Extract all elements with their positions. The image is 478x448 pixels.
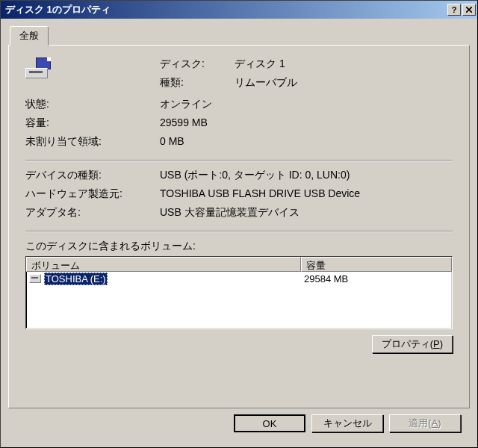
ok-button[interactable]: OK [234,414,305,432]
volume-list[interactable]: ボリューム 容量 TOSHIBA (E:) 29584 MB [25,256,453,329]
drive-icon [25,57,52,78]
dialog-button-row: OK キャンセル 適用(A) [8,408,470,440]
titlebar: ディスク 1のプロパティ ? [1,1,477,19]
value-manufacturer: TOSHIBA USB FLASH DRIVE USB Device [160,187,453,201]
label-disk: ディスク: [160,57,235,71]
row-disk: ディスク:ディスク 1 種類:リムーバブル [25,57,453,90]
close-icon [466,7,472,13]
label-device-type: デバイスの種類: [25,169,160,182]
help-button[interactable]: ? [447,4,461,16]
value-status: オンライン [160,98,453,111]
client-area: 全般 ディスク:ディスク 1 種類:リムーバブル 状態:オンライン 容量:295… [1,19,477,447]
tab-general[interactable]: 全般 [10,26,49,46]
value-unallocated: 0 MB [160,135,453,149]
properties-button[interactable]: プロパティ(P) [372,335,453,353]
panel-button-row: プロパティ(P) [25,335,453,353]
value-adapter: USB 大容量記憶装置デバイス [160,206,453,220]
icon-holder [25,57,160,90]
dialog-window: ディスク 1のプロパティ ? 全般 ディスク:ディスク 1 種類:リムーバブル [0,0,478,448]
volume-name: TOSHIBA (E:) [44,273,108,285]
volume-icon [29,274,41,283]
label-unallocated: 未割り当て領域: [25,135,160,149]
column-volume[interactable]: ボリューム [26,257,301,272]
list-body: TOSHIBA (E:) 29584 MB [26,272,452,329]
volumes-header: このディスクに含まれるボリューム: [25,240,453,253]
list-header: ボリューム 容量 [26,257,452,272]
tab-strip: 全般 [10,26,470,45]
cell-capacity: 29584 MB [301,273,452,284]
label-adapter: アダプタ名: [25,206,160,220]
value-type: リムーバブル [235,76,453,90]
label-type: 種類: [160,76,235,90]
separator-2 [25,231,453,232]
close-button[interactable] [462,4,476,16]
separator-1 [25,160,453,161]
value-capacity: 29599 MB [160,116,453,130]
label-capacity: 容量: [25,116,160,130]
column-capacity[interactable]: 容量 [301,257,452,272]
label-manufacturer: ハードウェア製造元: [25,187,160,201]
label-status: 状態: [25,98,160,111]
value-disk: ディスク 1 [235,57,453,71]
value-device-type: USB (ポート:0, ターゲット ID: 0, LUN:0) [160,169,453,182]
tab-panel-general: ディスク:ディスク 1 種類:リムーバブル 状態:オンライン 容量:29599 … [8,45,470,408]
window-title: ディスク 1のプロパティ [5,3,446,16]
cell-volume: TOSHIBA (E:) [26,273,301,285]
list-item[interactable]: TOSHIBA (E:) 29584 MB [26,272,452,285]
apply-button[interactable]: 適用(A) [389,414,461,432]
cancel-button[interactable]: キャンセル [311,414,383,432]
